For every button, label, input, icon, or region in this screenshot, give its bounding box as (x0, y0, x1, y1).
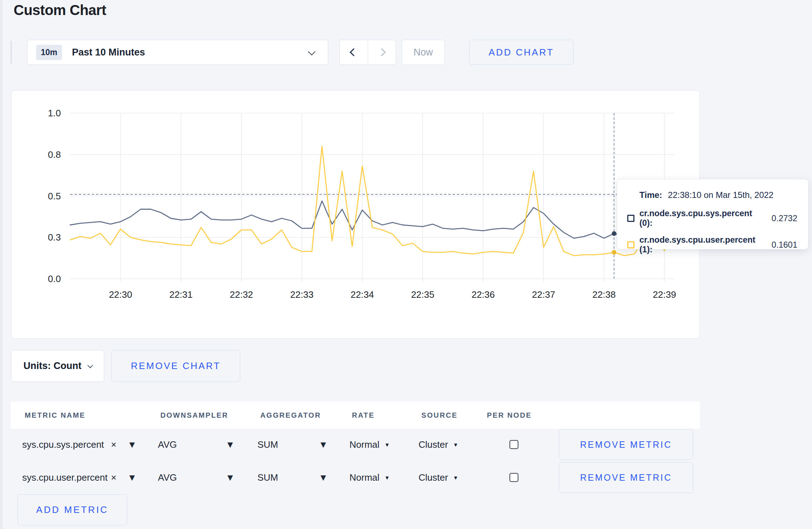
rate-select-value: Normal (349, 472, 380, 483)
source-select[interactable]: Cluster▼ (419, 439, 458, 450)
tooltip-series-value: 0.1601 (772, 240, 797, 250)
caret-down-icon[interactable]: ▼ (226, 439, 235, 450)
crosshair-dot-0 (612, 231, 617, 236)
x-axis-label: 22:35 (411, 289, 434, 300)
aggregator-select[interactable]: SUM (257, 439, 278, 450)
chart-tooltip: Time:22:38:10 on Mar 15th, 2022 cr.node.… (617, 179, 808, 249)
per-node-checkbox[interactable] (509, 440, 518, 449)
remove-chart-button[interactable]: REMOVE CHART (111, 350, 240, 382)
tooltip-series-value: 0.2732 (772, 214, 797, 223)
column-header-downsampler: DOWNSAMPLER (160, 411, 228, 419)
metric-row: sys.cpu.sys.percent × ▼ AVG ▼ SUM ▼ Norm… (11, 428, 700, 461)
rate-select-value: Normal (349, 439, 380, 450)
caret-down-icon[interactable]: ▼ (226, 472, 235, 483)
column-header-aggregator: AGGREGATOR (260, 411, 321, 419)
tooltip-series-name: cr.node.sys.cpu.sys.percent (0): (639, 209, 766, 228)
y-axis-label: 0.0 (48, 273, 61, 284)
caret-down-icon: ▼ (385, 442, 390, 448)
tooltip-series-row: cr.node.sys.cpu.user.percent (1): 0.1601 (627, 235, 797, 254)
chart-canvas[interactable]: 1.00.80.50.30.022:3022:3122:3222:3322:34… (12, 91, 700, 339)
next-time-button[interactable] (368, 40, 396, 64)
x-axis-label: 22:37 (532, 289, 555, 300)
x-axis-label: 22:33 (290, 289, 314, 300)
chevron-down-icon (308, 48, 315, 55)
column-header-rate: RATE (352, 411, 374, 419)
y-axis-label: 0.8 (48, 149, 61, 160)
units-select-label: Units: Count (24, 360, 82, 372)
source-select-value: Cluster (419, 439, 448, 450)
x-axis-label: 22:30 (109, 289, 132, 300)
prev-time-button[interactable] (340, 40, 368, 64)
page-left-gutter (0, 0, 3, 529)
aggregator-select[interactable]: SUM (257, 472, 278, 483)
tooltip-time-value: 22:38:10 on Mar 15th, 2022 (668, 190, 774, 200)
tooltip-series-name: cr.node.sys.cpu.user.percent (1): (639, 235, 766, 254)
metric-name-select[interactable]: sys.cpu.sys.percent (22, 439, 104, 450)
tooltip-series-row: cr.node.sys.cpu.sys.percent (0): 0.2732 (627, 209, 797, 228)
x-axis-label: 22:38 (593, 289, 616, 300)
add-metric-button[interactable]: ADD METRIC (18, 494, 127, 525)
per-node-checkbox[interactable] (509, 473, 518, 482)
chevron-left-icon (349, 48, 358, 57)
column-header-source: SOURCE (421, 411, 458, 419)
series-user-swatch-icon (627, 241, 634, 248)
x-axis-label: 22:36 (472, 289, 495, 300)
x-axis-label: 22:31 (169, 289, 193, 300)
time-range-label: Past 10 Minutes (72, 47, 308, 58)
units-select[interactable]: Units: Count (11, 350, 104, 382)
column-header-per-node: PER NODE (487, 411, 532, 419)
page-title: Custom Chart (14, 2, 106, 18)
y-axis-label: 1.0 (48, 108, 61, 118)
series-sys-swatch-icon (627, 215, 634, 222)
caret-down-icon[interactable]: ▼ (319, 472, 328, 483)
caret-down-icon[interactable]: ▼ (127, 439, 137, 450)
series-line-0 (70, 201, 675, 238)
source-select-value: Cluster (419, 472, 448, 483)
chart-panel: 1.00.80.50.30.022:3022:3122:3222:3322:34… (11, 90, 700, 339)
downsampler-select[interactable]: AVG (158, 439, 177, 450)
x-axis-label: 22:34 (351, 289, 374, 300)
chevron-down-icon (88, 363, 93, 368)
caret-down-icon[interactable]: ▼ (127, 472, 137, 483)
x-axis-label: 22:39 (653, 289, 676, 300)
caret-down-icon: ▼ (453, 475, 458, 481)
remove-metric-button[interactable]: REMOVE METRIC (559, 429, 693, 460)
now-button[interactable]: Now (402, 40, 445, 65)
tooltip-time-row: Time:22:38:10 on Mar 15th, 2022 (639, 190, 797, 200)
metric-name-select[interactable]: sys.cpu.user.percent (22, 472, 107, 483)
x-axis-label: 22:32 (230, 289, 253, 300)
downsampler-select[interactable]: AVG (158, 472, 177, 483)
series-line-1 (70, 146, 675, 256)
rate-select[interactable]: Normal▼ (349, 472, 390, 483)
custom-chart-page: Custom Chart 10m Past 10 Minutes Now ADD… (0, 0, 812, 529)
column-header-metric-name: METRIC NAME (25, 411, 86, 419)
clear-metric-x-icon[interactable]: × (111, 439, 116, 450)
metrics-table-header: METRIC NAME DOWNSAMPLER AGGREGATOR RATE … (11, 402, 700, 429)
time-range-select[interactable]: 10m Past 10 Minutes (27, 40, 328, 65)
time-nav-group (339, 40, 396, 65)
y-axis-label: 0.5 (48, 191, 61, 202)
remove-metric-button[interactable]: REMOVE METRIC (559, 462, 693, 493)
y-axis-label: 0.3 (48, 232, 61, 243)
clear-metric-x-icon[interactable]: × (111, 472, 116, 483)
source-select[interactable]: Cluster▼ (419, 472, 458, 483)
caret-down-icon: ▼ (453, 442, 458, 448)
tooltip-time-label: Time: (639, 190, 662, 200)
metric-row: sys.cpu.user.percent × ▼ AVG ▼ SUM ▼ Nor… (11, 461, 700, 494)
rate-select[interactable]: Normal▼ (349, 439, 390, 450)
time-range-badge: 10m (36, 45, 62, 60)
crosshair-dot-1 (612, 250, 617, 254)
toolbar-divider (11, 41, 11, 64)
add-chart-button[interactable]: ADD CHART (469, 40, 574, 65)
caret-down-icon[interactable]: ▼ (319, 439, 328, 450)
chevron-right-icon (378, 48, 386, 57)
caret-down-icon: ▼ (385, 475, 390, 481)
